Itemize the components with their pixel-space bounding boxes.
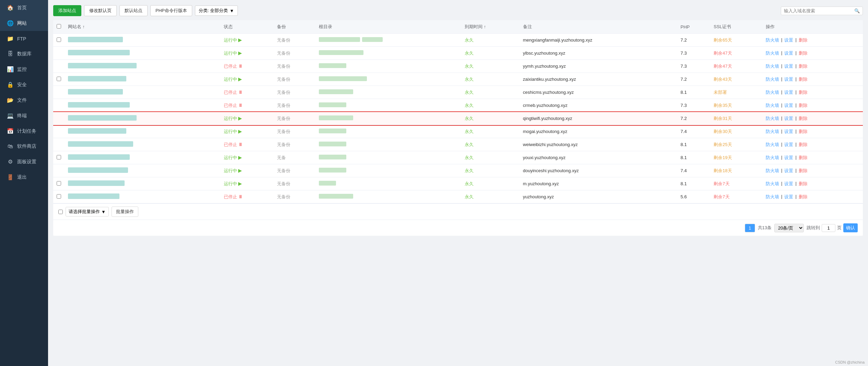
firewall-link[interactable]: 防火墙	[766, 168, 779, 174]
sidebar-item-ftp[interactable]: 📁 FTP	[0, 31, 48, 46]
batch-operation-button[interactable]: 批量操作	[112, 207, 138, 217]
firewall-link[interactable]: 防火墙	[766, 129, 779, 135]
ssl-cell: 剩余25天	[710, 138, 762, 151]
settings-link[interactable]: 设置	[784, 89, 793, 96]
delete-link[interactable]: 删除	[799, 155, 808, 161]
sidebar-item-logout-label: 退出	[17, 174, 27, 180]
row-checkbox[interactable]	[57, 194, 61, 199]
sidebar-item-logout[interactable]: 🚪 退出	[0, 169, 48, 185]
php-version: 7.3	[681, 103, 687, 108]
firewall-link[interactable]: 防火墙	[766, 181, 779, 187]
php-cmd-button[interactable]: PHP命令行版本	[150, 5, 192, 16]
settings-link[interactable]: 设置	[784, 142, 793, 148]
modify-default-button[interactable]: 修改默认页	[84, 5, 117, 16]
firewall-link[interactable]: 防火墙	[766, 76, 779, 82]
settings-link[interactable]: 设置	[784, 129, 793, 135]
delete-link[interactable]: 删除	[799, 50, 808, 56]
sidebar-item-website[interactable]: 🌐 网站	[0, 15, 48, 31]
ssl-cell: 剩余30天	[710, 125, 762, 138]
current-page-btn[interactable]: 1	[745, 224, 755, 232]
header-expiry[interactable]: 到期时间 ↑	[461, 20, 520, 34]
settings-link[interactable]: 设置	[784, 168, 793, 174]
ssl-days: 剩余47天	[714, 51, 732, 56]
delete-link[interactable]: 删除	[799, 181, 808, 187]
backup-status: 无备	[277, 155, 286, 160]
sidebar-item-panel-label: 面板设置	[17, 159, 36, 165]
jump-page-input[interactable]	[822, 224, 835, 232]
delete-link[interactable]: 删除	[799, 168, 808, 174]
ftp-icon: 📁	[7, 35, 14, 42]
php-cell: 7.4	[677, 125, 710, 138]
settings-link[interactable]: 设置	[784, 155, 793, 161]
settings-link[interactable]: 设置	[784, 102, 793, 109]
root-cell	[315, 34, 461, 47]
sidebar-item-home[interactable]: 🏠 首页	[0, 0, 48, 15]
search-input[interactable]	[784, 8, 853, 13]
firewall-link[interactable]: 防火墙	[766, 142, 779, 148]
delete-link[interactable]: 删除	[799, 129, 808, 135]
delete-link[interactable]: 删除	[799, 115, 808, 122]
note-cell: youxi.yuzhoutong.xyz	[520, 151, 677, 164]
firewall-link[interactable]: 防火墙	[766, 115, 779, 122]
delete-link[interactable]: 删除	[799, 89, 808, 96]
row-checkbox[interactable]	[57, 77, 61, 81]
row-checkbox[interactable]	[57, 181, 61, 186]
firewall-link[interactable]: 防火墙	[766, 37, 779, 43]
batch-select-checkbox[interactable]	[58, 210, 63, 214]
settings-link[interactable]: 设置	[784, 37, 793, 43]
settings-link[interactable]: 设置	[784, 194, 793, 200]
delete-link[interactable]: 删除	[799, 102, 808, 109]
backup-status: 无备份	[277, 194, 290, 199]
firewall-link[interactable]: 防火墙	[766, 63, 779, 69]
settings-link[interactable]: 设置	[784, 181, 793, 187]
search-icon[interactable]: 🔍	[854, 8, 860, 13]
sidebar-item-security[interactable]: 🔒 安全	[0, 77, 48, 92]
pagination: 1 共13条 20条/页 50条/页 100条/页 跳转到 页 确认	[53, 220, 863, 236]
default-site-button[interactable]: 默认站点	[119, 5, 148, 16]
delete-link[interactable]: 删除	[799, 194, 808, 200]
header-sitename[interactable]: 网站名 ↑	[65, 20, 220, 34]
delete-link[interactable]: 删除	[799, 142, 808, 148]
php-version: 7.2	[681, 116, 687, 121]
select-all-checkbox[interactable]	[57, 24, 61, 29]
php-version: 8.1	[681, 142, 687, 147]
site-status-cell: 运行中▶	[220, 112, 274, 125]
delete-link[interactable]: 删除	[799, 76, 808, 82]
php-cell: 8.1	[677, 151, 710, 164]
firewall-link[interactable]: 防火墙	[766, 50, 779, 56]
sidebar-item-store[interactable]: 🛍 软件商店	[0, 139, 48, 154]
sidebar-item-tasks[interactable]: 📅 计划任务	[0, 123, 48, 139]
category-select[interactable]: 分类: 全部分类 ▼	[195, 5, 238, 16]
add-site-button[interactable]: 添加站点	[53, 5, 81, 16]
firewall-link[interactable]: 防火墙	[766, 102, 779, 109]
header-status[interactable]: 状态	[220, 20, 274, 34]
firewall-link[interactable]: 防火墙	[766, 194, 779, 200]
site-name-cell	[65, 34, 220, 47]
delete-link[interactable]: 删除	[799, 63, 808, 69]
note-cell: ylbsc.yuzhoutong.xyz	[520, 47, 677, 60]
sidebar-item-monitor[interactable]: 📊 监控	[0, 62, 48, 77]
sidebar-item-panel[interactable]: ⚙ 面板设置	[0, 154, 48, 169]
sidebar-item-database[interactable]: 🗄 数据库	[0, 46, 48, 62]
main-area: 添加站点 修改默认页 默认站点 PHP命令行版本 分类: 全部分类 ▼ 🔍 网站…	[48, 0, 868, 366]
sidebar-item-terminal[interactable]: 💻 终端	[0, 108, 48, 123]
jump-confirm-button[interactable]: 确认	[843, 223, 858, 232]
firewall-link[interactable]: 防火墙	[766, 89, 779, 96]
status-badge: 运行中▶	[224, 168, 270, 174]
separator2: |	[795, 50, 796, 56]
delete-link[interactable]: 删除	[799, 37, 808, 43]
per-page-select[interactable]: 20条/页 50条/页 100条/页	[774, 224, 804, 232]
site-status-cell: 运行中▶	[220, 47, 274, 60]
table-row: 运行中▶ 无备 永久 youxi.yuzhoutong.xyz 8.1 剩余19…	[53, 151, 863, 164]
settings-link[interactable]: 设置	[784, 63, 793, 69]
settings-link[interactable]: 设置	[784, 50, 793, 56]
firewall-link[interactable]: 防火墙	[766, 155, 779, 161]
note-value: m.yuzhoutong.xyz	[523, 181, 559, 186]
settings-link[interactable]: 设置	[784, 115, 793, 122]
settings-link[interactable]: 设置	[784, 76, 793, 82]
header-checkbox[interactable]	[53, 20, 65, 34]
row-checkbox[interactable]	[57, 37, 61, 42]
row-checkbox[interactable]	[57, 155, 61, 159]
batch-select-dropdown[interactable]: 请选择批量操作 ▼	[66, 207, 109, 217]
sidebar-item-files[interactable]: 📂 文件	[0, 92, 48, 108]
